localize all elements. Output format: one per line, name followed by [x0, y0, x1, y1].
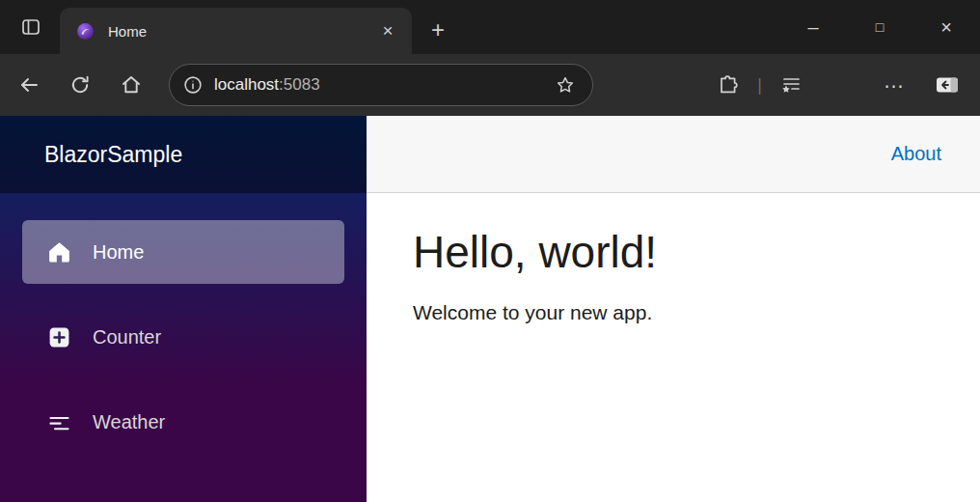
url-host: localhost — [214, 75, 279, 94]
toolbar-divider: | — [757, 75, 762, 96]
nav-item-label: Weather — [93, 411, 165, 433]
welcome-text: Welcome to your new app. — [413, 301, 934, 324]
app-sidebar: BlazorSample Home — [0, 116, 367, 502]
tab-actions-button[interactable] — [14, 13, 48, 42]
favorites-icon — [779, 73, 803, 97]
minimize-button[interactable]: – — [791, 0, 835, 54]
browser-titlebar: Home × + – □ × — [0, 0, 980, 54]
nav-menu: Home Counter — [0, 193, 367, 454]
url-port: :5083 — [279, 75, 320, 94]
tab-actions-icon — [19, 15, 42, 39]
page-title: Hello, world! — [413, 226, 934, 278]
tab-close-button[interactable]: × — [375, 18, 400, 43]
home-button[interactable] — [116, 70, 147, 100]
nav-item-counter[interactable]: Counter — [22, 305, 344, 369]
browser-toolbar: localhost:5083 | — [0, 54, 980, 116]
nav-item-weather[interactable]: Weather — [22, 390, 344, 454]
toolbar-right-cluster: | … — [713, 54, 980, 116]
house-icon — [46, 239, 72, 265]
blazor-favicon-icon — [75, 21, 95, 42]
settings-more-button[interactable]: … — [879, 70, 910, 100]
favorites-button[interactable] — [776, 70, 806, 100]
plus-square-icon — [46, 324, 72, 350]
nav-item-label: Home — [93, 241, 144, 264]
tab-title: Home — [108, 23, 375, 40]
add-favorite-button[interactable] — [552, 71, 579, 98]
refresh-button[interactable] — [65, 70, 95, 100]
content-top-row: About — [367, 116, 980, 193]
app-main: About Hello, world! Welcome to your new … — [367, 116, 980, 502]
new-tab-button[interactable]: + — [422, 14, 453, 45]
window-controls: – □ × — [791, 0, 968, 54]
site-info-button[interactable] — [177, 70, 208, 100]
sidebar-toggle-button[interactable] — [928, 70, 966, 100]
url-text[interactable]: localhost:5083 — [214, 75, 552, 95]
back-button[interactable] — [14, 70, 44, 100]
maximize-button[interactable]: □ — [858, 0, 902, 54]
about-link[interactable]: About — [891, 143, 941, 165]
browser-window: Home × + – □ × — [0, 0, 980, 502]
browser-tab[interactable]: Home × — [60, 8, 412, 54]
extensions-icon — [717, 73, 740, 97]
list-icon — [46, 409, 72, 435]
content-article: Hello, world! Welcome to your new app. — [367, 193, 980, 357]
back-icon — [17, 73, 41, 97]
address-bar[interactable]: localhost:5083 — [169, 64, 593, 106]
brand-row: BlazorSample — [0, 116, 367, 193]
sidebar-toggle-icon — [934, 73, 961, 97]
nav-item-home[interactable]: Home — [22, 220, 344, 284]
extensions-button[interactable] — [713, 70, 744, 100]
home-icon — [120, 73, 143, 97]
window-close-button[interactable]: × — [924, 0, 968, 54]
nav-item-label: Counter — [93, 326, 161, 349]
page-viewport: BlazorSample Home — [0, 116, 980, 502]
refresh-icon — [68, 73, 92, 97]
brand-link[interactable]: BlazorSample — [44, 142, 182, 168]
